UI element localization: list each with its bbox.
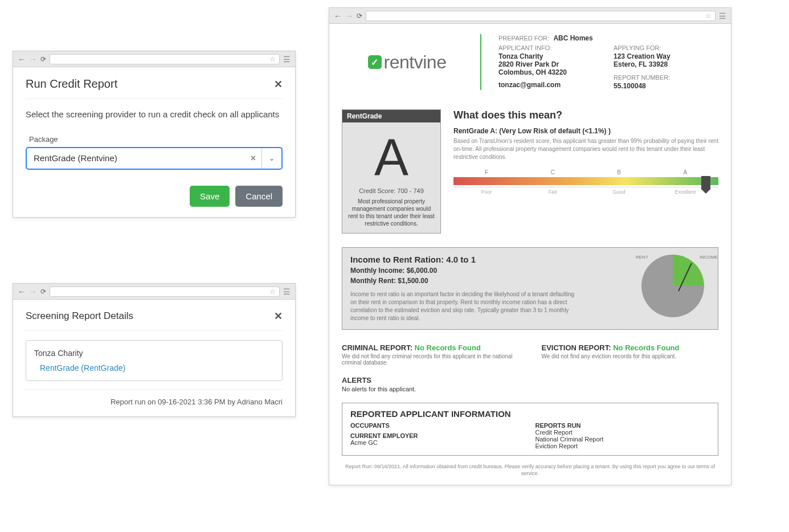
clear-icon[interactable]: × xyxy=(245,148,262,169)
criminal-report-block: CRIMINAL REPORT: No Records Found We did… xyxy=(342,343,519,366)
modal-title: Run Credit Report xyxy=(26,77,117,91)
reports-run-item: Eviction Report xyxy=(535,443,710,449)
current-employer: Acme GC xyxy=(350,439,525,446)
save-button[interactable]: Save xyxy=(190,186,230,207)
report-number-label: REPORT NUMBER: xyxy=(614,74,718,81)
alerts-block: ALERTS No alerts for this applicant. xyxy=(342,376,718,392)
hamburger-menu-icon[interactable]: ☰ xyxy=(719,11,726,21)
forward-icon[interactable]: → xyxy=(345,11,353,21)
cancel-button[interactable]: Cancel xyxy=(235,186,283,207)
reports-run-item: National Criminal Report xyxy=(535,436,710,443)
applying-addr2: Estero, FL 33928 xyxy=(614,60,718,68)
rentgrade-box: RentGrade A Credit Score: 700 - 749 Most… xyxy=(342,109,441,234)
alerts-desc: No alerts for this applicant. xyxy=(342,386,718,392)
forward-icon[interactable]: → xyxy=(29,55,37,64)
package-value: RentGrade (Rentvine) xyxy=(27,148,245,169)
eviction-report-status: No Records Found xyxy=(613,343,679,352)
close-icon[interactable]: ✕ xyxy=(274,78,283,91)
rentgrade-report-window: ← → ⟳ ☆ ☰ ✓ rentvine PREPARED FOR: ABC H… xyxy=(329,7,731,485)
income-ratio-title: Income to Rent Ration: 4.0 to 1 xyxy=(350,255,628,264)
close-icon[interactable]: ✕ xyxy=(274,310,283,322)
applicant-addr2: Colombus, OH 43220 xyxy=(498,68,603,76)
criminal-report-desc: We did not find any criminal records for… xyxy=(342,353,519,366)
reports-run-label: REPORTS RUN xyxy=(535,422,710,429)
logo: ✓ rentvine xyxy=(342,34,481,90)
back-icon[interactable]: ← xyxy=(334,11,342,21)
criminal-report-label: CRIMINAL REPORT: xyxy=(342,343,412,352)
current-employer-label: CURRENT EMPLOYER xyxy=(350,432,525,439)
hamburger-menu-icon[interactable]: ☰ xyxy=(283,287,291,296)
rentgrade-link[interactable]: RentGrade (RentGrade) xyxy=(40,363,274,373)
browser-chrome: ← → ⟳ ☆ ☰ xyxy=(329,8,731,24)
run-credit-report-window: ← → ⟳ ☆ ☰ Run Credit Report ✕ Select the… xyxy=(13,51,296,218)
credit-score: Credit Score: 700 - 749 xyxy=(342,187,440,198)
reload-icon[interactable]: ⟳ xyxy=(357,12,362,20)
grade-description: Most professional property management co… xyxy=(342,198,440,233)
applicant-name: Tonza Charity xyxy=(498,52,603,60)
back-icon[interactable]: ← xyxy=(18,55,26,64)
forward-icon[interactable]: → xyxy=(29,287,37,296)
rentgrade-header: RentGrade xyxy=(342,110,440,122)
income-to-rent-box: Income to Rent Ration: 4.0 to 1 Monthly … xyxy=(342,247,718,330)
pie-rent-label: RENT xyxy=(636,255,648,260)
eviction-report-label: EVICTION REPORT: xyxy=(542,343,611,352)
modal-title: Screening Report Details xyxy=(26,310,133,322)
applying-for-label: APPLYING FOR: xyxy=(614,44,718,51)
report-footer: Report Run: 09/16/2021. All information … xyxy=(342,464,718,477)
prepared-for-label: PREPARED FOR: xyxy=(498,35,549,42)
applicant-card: Tonza Charity RentGrade (RentGrade) xyxy=(26,340,283,381)
applicant-addr1: 2820 River Park Dr xyxy=(498,60,603,68)
what-does-this-mean-heading: What does this mean? xyxy=(453,109,718,121)
pie-icon xyxy=(641,255,704,317)
reported-applicant-info-box: REPORTED APPLICANT INFORMATION OCCUPANTS… xyxy=(342,403,718,456)
modal-help-text: Select the screening provider to run a c… xyxy=(26,108,283,121)
screening-report-details-window: ← → ⟳ ☆ ☰ Screening Report Details ✕ Ton… xyxy=(13,283,296,417)
pie-income-label: INCOME xyxy=(700,255,718,260)
address-bar[interactable]: ☆ xyxy=(50,287,280,297)
browser-chrome: ← → ⟳ ☆ ☰ xyxy=(13,51,295,67)
alerts-label: ALERTS xyxy=(342,376,718,384)
address-bar[interactable]: ☆ xyxy=(366,11,716,21)
occupants-label: OCCUPANTS xyxy=(350,422,525,429)
scale-quality-labels: Poor Fair Good Excellent xyxy=(453,187,718,195)
back-icon[interactable]: ← xyxy=(18,287,26,296)
grade-gradient-bar xyxy=(453,177,718,185)
reload-icon[interactable]: ⟳ xyxy=(40,55,46,63)
report-run-meta: Report run on 09-16-2021 3:36 PM by Adri… xyxy=(26,389,283,406)
income-description: Income to rent ratio is an important fac… xyxy=(350,290,578,322)
reports-run-item: Credit Report xyxy=(535,429,710,436)
logo-text: rentvine xyxy=(384,52,447,73)
chevron-down-icon[interactable]: ⌄ xyxy=(262,148,281,169)
browser-chrome: ← → ⟳ ☆ ☰ xyxy=(13,284,295,300)
reload-icon[interactable]: ⟳ xyxy=(40,288,46,296)
prepared-for: ABC Homes xyxy=(553,34,592,42)
applicant-info-label: APPLICANT INFO: xyxy=(498,44,603,51)
bookmark-star-icon[interactable]: ☆ xyxy=(269,288,276,296)
bookmark-star-icon[interactable]: ☆ xyxy=(705,12,712,20)
risk-line: RentGrade A: (Very Low Risk of default (… xyxy=(453,127,718,135)
applicant-email: tonzac@gmail.com xyxy=(498,81,603,89)
address-bar[interactable]: ☆ xyxy=(50,54,280,64)
leaf-icon: ✓ xyxy=(368,55,382,69)
bookmark-star-icon[interactable]: ☆ xyxy=(269,55,276,63)
package-label: Package xyxy=(29,135,283,144)
rai-title: REPORTED APPLICANT INFORMATION xyxy=(350,409,710,419)
hamburger-menu-icon[interactable]: ☰ xyxy=(283,55,291,64)
criminal-report-status: No Records Found xyxy=(415,343,481,352)
applicant-name: Tonza Charity xyxy=(34,349,274,358)
eviction-report-block: EVICTION REPORT: No Records Found We did… xyxy=(542,343,719,366)
grade-letter: A xyxy=(342,122,440,187)
monthly-income: Monthly Income: $6,000.00 xyxy=(350,267,628,275)
applying-addr1: 123 Creation Way xyxy=(614,52,718,60)
monthly-rent: Monthly Rent: $1,500.00 xyxy=(350,277,628,285)
risk-description: Based on TransUnion's resident score, th… xyxy=(453,137,718,161)
scale-grade-labels: F C B A xyxy=(453,169,718,175)
income-pie-chart: RENT INCOME xyxy=(636,255,710,322)
eviction-report-desc: We did not find any eviction records for… xyxy=(542,353,719,359)
report-number: 55.100048 xyxy=(614,82,718,90)
package-combobox[interactable]: RentGrade (Rentvine) × ⌄ xyxy=(26,147,283,170)
grade-marker-icon xyxy=(701,176,710,190)
